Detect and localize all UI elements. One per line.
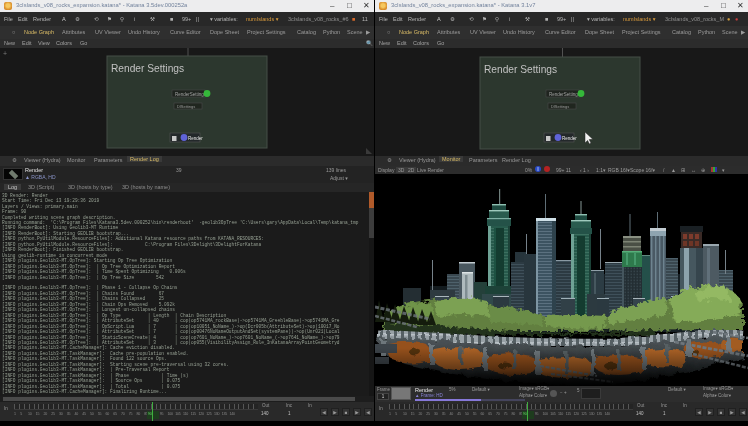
- svg-text:Render Settings: Render Settings: [111, 63, 184, 74]
- svg-text:Render Settings: Render Settings: [484, 64, 557, 75]
- svg-text:RenderSettings: RenderSettings: [549, 92, 581, 97]
- svg-text:+: +: [3, 50, 7, 57]
- svg-text:Render: Render: [188, 136, 203, 141]
- svg-text:Render: Render: [562, 136, 577, 141]
- svg-text:RenderSettings: RenderSettings: [175, 92, 207, 97]
- svg-text:DlSettings: DlSettings: [177, 104, 195, 109]
- svg-text:DlSettings: DlSettings: [551, 104, 569, 109]
